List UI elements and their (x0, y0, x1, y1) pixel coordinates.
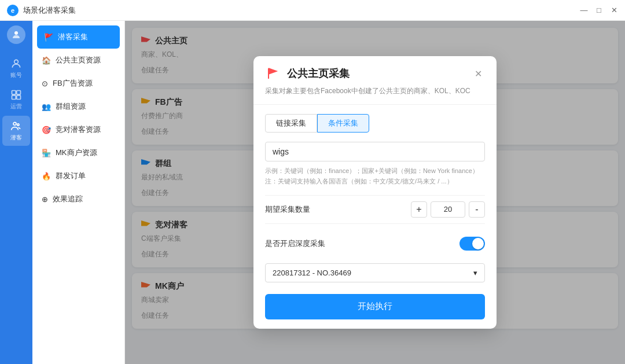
content-area: 公共主页 商家、KOL、 创建任务 FB广告 付费推广的商 创建任务 群组 最好… (125, 21, 625, 364)
sidebar-item-operations[interactable]: 运营 (2, 84, 30, 115)
svg-rect-3 (17, 90, 21, 94)
main-layout: 账号 运营 潜客 🚩 潜客采集 🏠 公共主页资源 ⊙ FB广告资源 👥 群组资源 (0, 21, 625, 364)
depth-collect-toggle[interactable] (459, 237, 485, 251)
nav-bulk-icon: 🔥 (42, 172, 51, 181)
modal-header: 公共主页采集 ✕ (253, 56, 497, 82)
nav-sidebar: 🚩 潜客采集 🏠 公共主页资源 ⊙ FB广告资源 👥 群组资源 🎯 竞对潜客资源… (32, 21, 125, 364)
nav-mk-icon: 🏪 (42, 149, 51, 157)
count-plus-button[interactable]: + (411, 201, 427, 218)
svg-rect-2 (12, 90, 16, 94)
nav-item-group-resources[interactable]: 👥 群组资源 (32, 95, 124, 118)
toggle-knob (472, 238, 484, 249)
svg-point-6 (13, 122, 16, 125)
modal-close-button[interactable]: ✕ (471, 67, 485, 80)
sidebar-item-account[interactable]: 账号 (2, 53, 30, 83)
modal-overlay: 公共主页采集 ✕ 采集对象主要包含Facebook中创建了公共主页的商家、KOL… (125, 21, 625, 364)
count-row: 期望采集数量 + - (265, 195, 485, 224)
icon-sidebar: 账号 运营 潜客 (0, 21, 32, 364)
count-minus-button[interactable]: - (469, 201, 485, 218)
window-controls: — □ ✕ (580, 6, 618, 14)
nav-item-fb-ads[interactable]: ⊙ FB广告资源 (32, 72, 124, 95)
titlebar-left: e 场景化潜客采集 (7, 5, 76, 16)
nav-flag-icon: 🚩 (44, 33, 53, 42)
nav-group-icon: 👥 (42, 102, 51, 111)
close-button[interactable]: ✕ (610, 6, 618, 14)
count-label: 期望采集数量 (265, 204, 310, 215)
toggle-label: 是否开启深度采集 (265, 238, 325, 249)
user-avatar (7, 25, 25, 44)
modal-public-page: 公共主页采集 ✕ 采集对象主要包含Facebook中创建了公共主页的商家、KOL… (253, 56, 497, 328)
modal-header-left: 公共主页采集 (265, 65, 350, 82)
modal-subtitle: 采集对象主要包含Facebook中创建了公共主页的商家、KOL、KOC (253, 82, 497, 105)
svg-rect-4 (12, 95, 16, 99)
search-keyword-input[interactable] (265, 142, 485, 161)
tab-link-collect[interactable]: 链接采集 (265, 114, 317, 133)
nav-item-competitor[interactable]: 🎯 竞对潜客资源 (32, 118, 124, 141)
modal-body: 链接采集 条件采集 示例：关键词（例如：finance）；国家+关键词（例如：N… (253, 105, 497, 328)
start-execute-button[interactable]: 开始执行 (265, 294, 485, 319)
svg-point-0 (14, 31, 18, 35)
count-input[interactable] (431, 201, 465, 218)
nav-fb-icon: ⊙ (42, 79, 48, 88)
nav-page-icon: 🏠 (42, 56, 51, 65)
input-hint: 示例：关键词（例如：finance）；国家+关键词（例如：New York fi… (265, 166, 485, 186)
svg-point-7 (17, 123, 19, 125)
app-logo: e (7, 5, 19, 16)
sidebar-item-prospects[interactable]: 潜客 (2, 116, 30, 146)
titlebar: e 场景化潜客采集 — □ ✕ (0, 0, 625, 21)
select-value: 220817312 - NO.36469 (273, 269, 351, 277)
nav-trace-icon: ⊕ (42, 195, 48, 204)
nav-item-bulk-order[interactable]: 🔥 群发订单 (32, 164, 124, 187)
nav-item-prospect-collect[interactable]: 🚩 潜客采集 (37, 25, 120, 49)
minimize-button[interactable]: — (580, 6, 588, 14)
modal-title: 公共主页采集 (287, 67, 350, 80)
select-arrow-icon: ▾ (473, 269, 477, 277)
maximize-button[interactable]: □ (595, 6, 603, 14)
nav-item-mk-merchant[interactable]: 🏪 MK商户资源 (32, 141, 124, 164)
modal-flag-icon (265, 65, 281, 82)
svg-rect-8 (268, 68, 269, 79)
modal-tabs: 链接采集 条件采集 (265, 114, 485, 133)
nav-item-public-resources[interactable]: 🏠 公共主页资源 (32, 49, 124, 72)
nav-item-effect-trace[interactable]: ⊕ 效果追踪 (32, 187, 124, 211)
toggle-row: 是否开启深度采集 (265, 231, 485, 256)
svg-point-1 (14, 60, 19, 64)
svg-rect-5 (17, 95, 21, 99)
app-title: 场景化潜客采集 (23, 5, 76, 16)
nav-competitor-icon: 🎯 (42, 126, 51, 134)
account-select[interactable]: 220817312 - NO.36469 ▾ (265, 263, 485, 282)
count-control: + - (411, 201, 485, 218)
tab-condition-collect[interactable]: 条件采集 (317, 114, 369, 133)
